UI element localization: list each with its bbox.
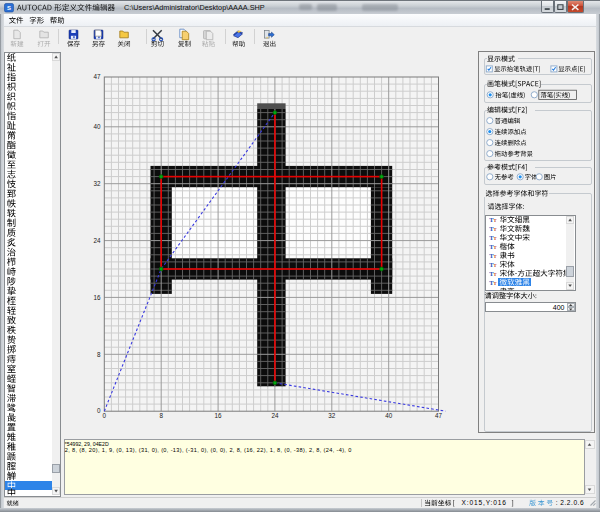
svg-text:C:\Users\Administrator\Desktop: C:\Users\Administrator\Desktop\AAAA.SHP	[124, 3, 265, 12]
svg-text:T: T	[494, 272, 497, 277]
svg-text:16: 16	[93, 294, 101, 301]
svg-text:T: T	[494, 218, 497, 223]
svg-text:8: 8	[97, 351, 101, 358]
svg-text:47: 47	[435, 412, 443, 419]
svg-text:T: T	[494, 245, 497, 250]
svg-text:2.2.0.6: 2.2.0.6	[560, 499, 584, 506]
svg-text:0: 0	[97, 407, 101, 414]
svg-text::: :	[556, 499, 558, 506]
svg-text:400: 400	[553, 304, 565, 311]
svg-text:T: T	[494, 254, 497, 259]
svg-text:T: T	[494, 227, 497, 232]
svg-text:32: 32	[328, 412, 336, 419]
svg-text:47: 47	[93, 73, 101, 80]
svg-text:T: T	[494, 236, 497, 241]
svg-text:0: 0	[103, 412, 107, 419]
svg-text:40: 40	[93, 123, 101, 130]
svg-text:40: 40	[385, 412, 393, 419]
svg-text:T: T	[489, 288, 494, 295]
svg-text:X:015,Y:016: X:015,Y:016	[462, 499, 507, 506]
svg-text:S: S	[7, 5, 11, 11]
svg-text:32: 32	[93, 180, 101, 187]
svg-text:T: T	[494, 281, 497, 286]
svg-text:16: 16	[215, 412, 223, 419]
svg-text:24: 24	[93, 237, 101, 244]
svg-text:2, 8, (8, 20), 1, 9, (0, 13),: 2, 8, (8, 20), 1, 9, (0, 13), (31, 0), (…	[65, 447, 352, 453]
svg-text:T: T	[494, 263, 497, 268]
svg-text:*54992, 29, 04E2D: *54992, 29, 04E2D	[65, 441, 109, 447]
svg-text:8: 8	[159, 412, 163, 419]
svg-text:24: 24	[271, 412, 279, 419]
